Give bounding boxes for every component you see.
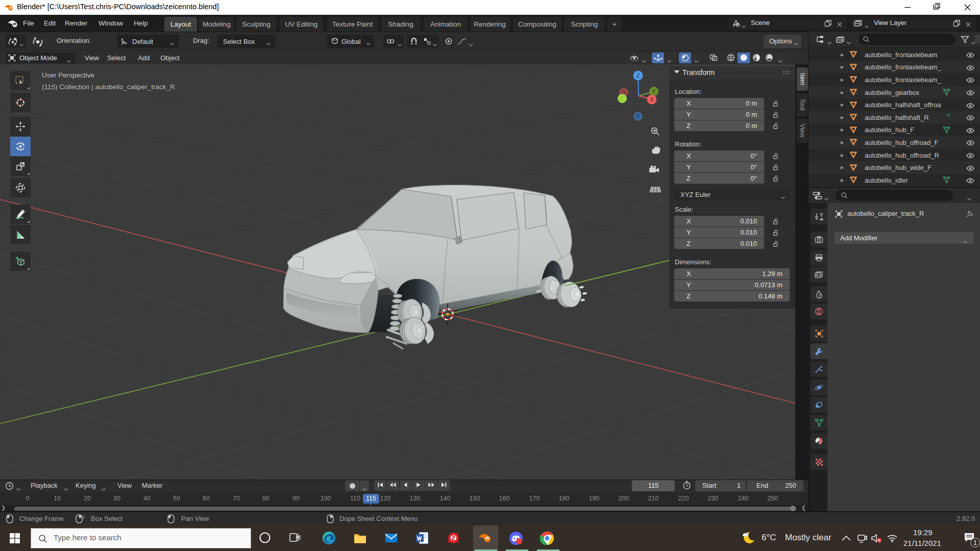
svg-text:X: X <box>650 96 654 103</box>
svg-text:Y: Y <box>652 88 656 94</box>
svg-text:Z: Z <box>636 72 640 79</box>
